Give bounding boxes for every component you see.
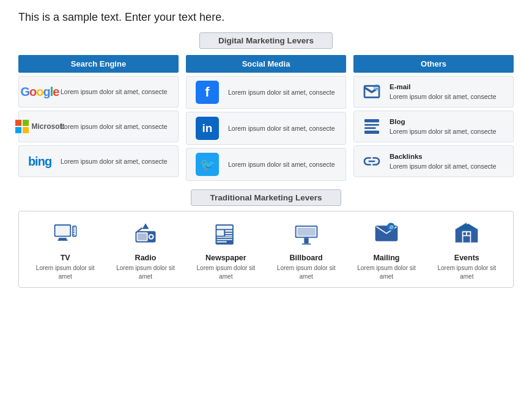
- svg-point-13: [73, 229, 74, 230]
- svg-rect-27: [217, 237, 233, 238]
- google-icon: Google: [24, 85, 56, 99]
- tv-icon: [52, 220, 79, 251]
- radio-desc: Lorem ipsum dolor sit amet: [110, 264, 180, 281]
- search-engine-header: Search Engine: [18, 55, 179, 73]
- billboard-desc: Lorem ipsum dolor sit amet: [271, 264, 341, 281]
- svg-rect-26: [225, 235, 232, 236]
- billboard-label: Billboard: [290, 254, 323, 262]
- billboard-item: Billboard Lorem ipsum dolor sit amet: [271, 220, 341, 281]
- svg-point-19: [150, 235, 153, 238]
- newspaper-label: Newspaper: [205, 254, 246, 262]
- svg-rect-25: [225, 233, 232, 234]
- mailing-item: @ Mailing Lorem ipsum dolor sit amet: [351, 220, 421, 281]
- social-media-header: Social Media: [186, 55, 346, 73]
- backlinks-icon: [359, 152, 385, 171]
- newspaper-icon: [212, 220, 239, 251]
- google-item: Google Lorem ipsum dolor sit amet, conse…: [18, 76, 179, 108]
- svg-text:@: @: [375, 86, 379, 90]
- svg-rect-41: [464, 236, 470, 243]
- blog-item: Blog Lorem ipsum dolor sit amet, consect…: [353, 111, 514, 142]
- tv-desc: Lorem ipsum dolor sit amet: [30, 264, 100, 281]
- social-media-items: f Lorem ipsum dolor sit amet, consecte i…: [186, 76, 346, 181]
- svg-rect-29: [217, 241, 227, 243]
- traditional-section-label: Traditional Marketing Levers: [18, 189, 514, 206]
- svg-text:@: @: [390, 224, 394, 230]
- backlinks-text: Backlinks Lorem ipsum dolor sit amet, co…: [390, 152, 497, 171]
- svg-rect-23: [217, 230, 224, 236]
- svg-rect-40: [467, 232, 470, 235]
- svg-rect-3: [364, 124, 379, 126]
- page: This is a sample text. Enter your text h…: [0, 0, 532, 399]
- facebook-icon: f: [191, 81, 223, 104]
- traditional-label-box: Traditional Marketing Levers: [191, 189, 341, 206]
- newspaper-desc: Lorem ipsum dolor sit amet: [191, 264, 261, 281]
- search-engine-items: Google Lorem ipsum dolor sit amet, conse…: [18, 76, 179, 177]
- svg-rect-22: [217, 225, 233, 229]
- linkedin-item: in Lorem ipsum dolor sit amet, consecte: [186, 112, 346, 145]
- backlinks-item: Backlinks Lorem ipsum dolor sit amet, co…: [353, 145, 514, 177]
- mailing-label: Mailing: [373, 254, 399, 262]
- svg-rect-7: [55, 225, 70, 236]
- others-header: Others: [353, 55, 514, 73]
- svg-point-12: [73, 227, 74, 229]
- svg-rect-32: [304, 238, 308, 243]
- svg-rect-28: [217, 239, 233, 240]
- google-text: Lorem ipsum dolor sit amet, consecte: [61, 87, 168, 97]
- main-title: This is a sample text. Enter your text h…: [18, 11, 514, 24]
- radio-item: Radio Lorem ipsum dolor sit amet: [110, 220, 180, 281]
- events-label: Events: [454, 254, 479, 262]
- digital-label-box: Digital Marketing Levers: [199, 32, 333, 49]
- traditional-box: TV Lorem ipsum dolor sit amet Radio Lore…: [18, 211, 514, 288]
- microsoft-text: Lorem ipsum dolor sit amet, consecte: [61, 122, 168, 131]
- newspaper-item: Newspaper Lorem ipsum dolor sit amet: [191, 220, 261, 281]
- mailing-icon: @: [373, 220, 400, 251]
- svg-point-15: [73, 234, 74, 235]
- email-item: @ E-mail Lorem ipsum dolor sit amet, con…: [353, 76, 514, 108]
- svg-rect-39: [464, 232, 467, 235]
- svg-rect-20: [138, 233, 147, 240]
- svg-rect-10: [59, 238, 67, 240]
- tv-label: TV: [61, 254, 70, 262]
- svg-rect-2: [364, 119, 379, 122]
- bing-icon: bing: [24, 155, 56, 169]
- bing-text: Lorem ipsum dolor sit amet, consecte: [61, 157, 168, 166]
- facebook-text: Lorem ipsum dolor sit amet, consecte: [228, 88, 335, 97]
- microsoft-icon: Microsoft: [24, 120, 56, 133]
- others-column: Others @ E-mail Lorem ipsum dolor sit am…: [353, 55, 514, 181]
- radio-label: Radio: [135, 254, 157, 262]
- digital-columns: Search Engine Google Lorem ipsum dolor s…: [18, 55, 514, 181]
- mailing-desc: Lorem ipsum dolor sit amet: [351, 264, 421, 281]
- svg-point-14: [73, 232, 74, 233]
- svg-rect-4: [364, 127, 376, 129]
- blog-text: Blog Lorem ipsum dolor sit amet, consect…: [390, 117, 497, 136]
- billboard-icon: [293, 220, 320, 251]
- events-item: Events Lorem ipsum dolor sit amet: [432, 220, 502, 281]
- svg-rect-33: [301, 244, 311, 245]
- twitter-text: Lorem ipsum dolor sit amet, consecte: [228, 160, 335, 169]
- facebook-item: f Lorem ipsum dolor sit amet, consecte: [186, 76, 346, 109]
- twitter-item: 🐦 Lorem ipsum dolor sit amet, consecte: [186, 148, 346, 181]
- digital-section-label: Digital Marketing Levers: [18, 32, 514, 49]
- tv-item: TV Lorem ipsum dolor sit amet: [30, 220, 100, 281]
- radio-icon: [132, 220, 159, 251]
- svg-rect-24: [225, 230, 232, 232]
- blog-icon: [359, 117, 385, 136]
- microsoft-item: Microsoft Lorem ipsum dolor sit amet, co…: [18, 111, 179, 142]
- email-text: E-mail Lorem ipsum dolor sit amet, conse…: [390, 82, 497, 101]
- email-icon: @: [359, 82, 385, 101]
- linkedin-icon: in: [191, 117, 223, 140]
- svg-rect-34: [297, 228, 315, 236]
- svg-rect-11: [57, 240, 68, 241]
- twitter-icon: 🐦: [191, 153, 223, 176]
- search-engine-column: Search Engine Google Lorem ipsum dolor s…: [18, 55, 179, 181]
- others-items: @ E-mail Lorem ipsum dolor sit amet, con…: [353, 76, 514, 177]
- events-desc: Lorem ipsum dolor sit amet: [432, 264, 502, 281]
- linkedin-text: Lorem ipsum dolor sit amet, consecte: [228, 124, 335, 133]
- bing-item: bing Lorem ipsum dolor sit amet, consect…: [18, 145, 179, 177]
- svg-rect-5: [364, 131, 379, 134]
- events-icon: [453, 220, 480, 251]
- social-media-column: Social Media f Lorem ipsum dolor sit ame…: [186, 55, 346, 181]
